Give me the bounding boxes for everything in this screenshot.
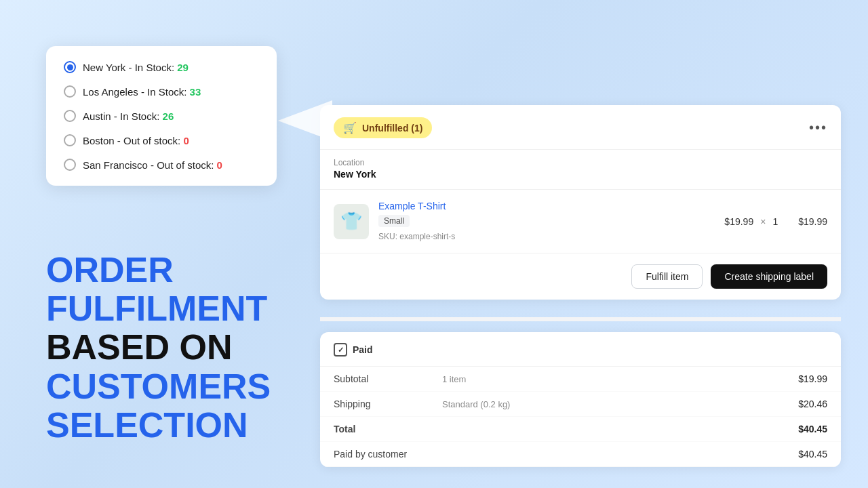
stock-ny: 29 [177, 62, 189, 73]
location-item-la[interactable]: Los Angeles - In Stock: 33 [64, 85, 259, 98]
fulfill-item-button[interactable]: Fulfill item [631, 264, 703, 289]
product-thumbnail: 👕 [334, 204, 369, 239]
product-pricing: $19.99 × 1 $19.99 [724, 216, 827, 227]
location-label-sf: San Francisco - Out of stock: 0 [83, 159, 222, 171]
paid-by-amount: $40.45 [798, 449, 827, 460]
promo-line4: CUSTOMERS [46, 367, 304, 406]
promo-line1: ORDER [46, 251, 304, 289]
quantity: 1 [772, 216, 778, 227]
location-item-boston[interactable]: Boston - Out of stock: 0 [64, 134, 259, 146]
summary-row-total: Total $40.45 [320, 417, 841, 442]
promo-line3: BASED ON [46, 328, 304, 367]
radio-austin[interactable] [64, 110, 76, 122]
payment-card: ✓ Paid Subtotal 1 item $19.99 Shipping S… [320, 332, 841, 467]
shipping-label: Shipping [334, 399, 442, 409]
paid-label: Paid [353, 344, 373, 355]
product-sku: SKU: example-shirt-s [378, 232, 455, 241]
radio-ny[interactable] [64, 61, 76, 73]
promo-line5: SELECTION [46, 406, 304, 445]
unfulfilled-header: 🛒 Unfulfilled (1) ••• [320, 105, 841, 149]
stock-austin: 26 [163, 110, 174, 122]
location-item-austin[interactable]: Austin - In Stock: 26 [64, 110, 259, 122]
location-label-la: Los Angeles - In Stock: 33 [83, 86, 201, 98]
shipping-desc: Standard (0.2 kg) [442, 399, 798, 409]
unit-price: $19.99 [724, 216, 753, 227]
summary-row-paid-by: Paid by customer $40.45 [320, 442, 841, 467]
summary-row-shipping: Shipping Standard (0.2 kg) $20.46 [320, 392, 841, 417]
stock-sf: 0 [217, 159, 222, 171]
unfulfilled-badge: 🛒 Unfulfilled (1) [334, 117, 432, 138]
summary-row-subtotal: Subtotal 1 item $19.99 [320, 367, 841, 392]
location-field-label: Location [334, 158, 827, 167]
svg-marker-0 [278, 100, 332, 141]
subtotal-label: Subtotal [334, 373, 442, 384]
total-amount: $40.45 [798, 424, 827, 434]
callout-connector [278, 100, 332, 141]
product-row: 👕 Example T-Shirt Small SKU: example-shi… [320, 189, 841, 253]
promo-text-block: ORDER FULFILMENT BASED ON CUSTOMERS SELE… [46, 251, 304, 445]
action-buttons: Fulfill item Create shipping label [320, 253, 841, 300]
radio-sf[interactable] [64, 159, 76, 171]
location-label-boston: Boston - Out of stock: 0 [83, 135, 189, 146]
order-card: 🛒 Unfulfilled (1) ••• Location New York … [320, 105, 841, 300]
location-label-ny: New York - In Stock: 29 [83, 62, 189, 73]
location-field-value: New York [334, 169, 827, 180]
total-label: Total [334, 424, 442, 434]
location-item-sf[interactable]: San Francisco - Out of stock: 0 [64, 159, 259, 171]
subtotal-desc: 1 item [442, 374, 798, 384]
total-price: $19.99 [798, 216, 827, 227]
location-item-ny[interactable]: New York - In Stock: 29 [64, 61, 259, 73]
unfulfilled-label: Unfulfilled (1) [362, 123, 422, 134]
stock-la: 33 [190, 86, 201, 98]
create-shipping-label-button[interactable]: Create shipping label [711, 264, 827, 289]
paid-by-label: Paid by customer [334, 449, 442, 460]
more-options-button[interactable]: ••• [809, 120, 827, 136]
location-section: Location New York [320, 149, 841, 189]
product-info: Example T-Shirt Small SKU: example-shirt… [378, 201, 715, 242]
stock-boston: 0 [183, 135, 189, 146]
radio-boston[interactable] [64, 134, 76, 146]
badge-icon: 🛒 [343, 121, 357, 134]
subtotal-amount: $19.99 [798, 373, 827, 384]
product-name-link[interactable]: Example T-Shirt [378, 201, 715, 211]
location-panel: New York - In Stock: 29 Los Angeles - In… [46, 46, 277, 186]
location-label-austin: Austin - In Stock: 26 [83, 110, 174, 122]
paid-header: ✓ Paid [320, 332, 841, 367]
price-x: × [760, 216, 766, 227]
more-icon: ••• [809, 120, 827, 136]
shipping-amount: $20.46 [798, 399, 827, 409]
divider-bar [320, 317, 841, 321]
paid-icon: ✓ [334, 343, 347, 357]
product-variant-badge: Small [378, 215, 410, 227]
promo-line2: FULFILMENT [46, 289, 304, 328]
radio-la[interactable] [64, 85, 76, 98]
